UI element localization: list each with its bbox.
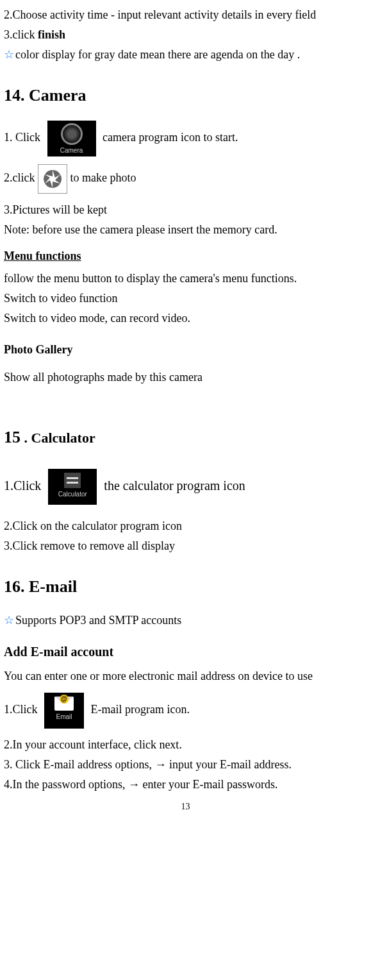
menu-p3: Switch to video mode, can record video. bbox=[4, 310, 367, 327]
calculator-heading: 15 . Calculator bbox=[4, 425, 367, 450]
camera-step1-pre: 1. Click bbox=[4, 131, 44, 144]
photo-gallery-p: Show all photographs made by this camera bbox=[4, 369, 367, 386]
camera-step1-post: camera program icon to start. bbox=[103, 131, 238, 144]
camera-step2-post: to make photo bbox=[70, 171, 136, 184]
intro-star-note: ☆color display for gray date mean there … bbox=[4, 46, 367, 63]
menu-p2: Switch to video function bbox=[4, 290, 367, 307]
camera-step-3: 3.Pictures will be kept bbox=[4, 201, 367, 219]
email-star-text: Supports POP3 and SMTP accounts bbox=[15, 614, 181, 627]
intro-star-text: color display for gray date mean there a… bbox=[15, 48, 300, 61]
intro-line-3-pre: 3.click bbox=[4, 28, 38, 41]
add-email-heading: Add E-mail account bbox=[4, 642, 367, 661]
star-icon: ☆ bbox=[4, 48, 14, 61]
calc-heading-rest: . Calculator bbox=[21, 430, 95, 446]
calc-step-1: 1.Click Calculator the calculator progra… bbox=[4, 469, 367, 505]
shutter-icon bbox=[38, 164, 67, 194]
email-icon-label: Email bbox=[44, 712, 84, 722]
email-app-icon: @ Email bbox=[44, 693, 84, 729]
email-step1-post: E-mail program icon. bbox=[91, 703, 190, 716]
menu-functions-heading: Menu functions bbox=[4, 248, 367, 265]
calc-heading-num: 15 bbox=[4, 428, 21, 446]
calc-icon-label: Calculator bbox=[48, 489, 97, 499]
intro-line-2: 2.Choose activity time - input relevant … bbox=[4, 6, 367, 24]
calc-step1-post: the calculator program icon bbox=[104, 478, 245, 493]
camera-step2-pre: 2.click bbox=[4, 171, 38, 184]
calc-step-2: 2.Click on the calculator program icon bbox=[4, 518, 367, 535]
calculator-app-icon: Calculator bbox=[48, 469, 97, 505]
camera-note: Note: before use the camera please inser… bbox=[4, 221, 367, 239]
camera-step-1: 1. Click Camera camera program icon to s… bbox=[4, 121, 367, 156]
email-step1-pre: 1.Click bbox=[4, 703, 40, 716]
email-star-note: ☆Supports POP3 and SMTP accounts bbox=[4, 612, 367, 629]
add-email-p: You can enter one or more electronic mai… bbox=[4, 668, 367, 685]
camera-heading: 14. Camera bbox=[4, 83, 367, 108]
email-step-2: 2.In your account interface, click next. bbox=[4, 736, 367, 754]
camera-icon-label: Camera bbox=[47, 146, 96, 155]
intro-line-3: 3.click finish bbox=[4, 26, 367, 44]
star-icon: ☆ bbox=[4, 614, 14, 627]
email-step-1: 1.Click @ Email E-mail program icon. bbox=[4, 693, 367, 729]
photo-gallery-heading: Photo Gallery bbox=[4, 341, 367, 359]
camera-step-2: 2.click to make photo bbox=[4, 164, 367, 194]
calc-step-3: 3.Click remove to remove all display bbox=[4, 537, 367, 555]
calc-step1-pre: 1.Click bbox=[4, 478, 44, 493]
menu-p1: follow the menu button to display the ca… bbox=[4, 270, 367, 287]
finish-word: finish bbox=[38, 28, 65, 41]
email-step-3: 3. Click E-mail address options, → input… bbox=[4, 756, 367, 773]
email-step-4: 4.In the password options, → enter your … bbox=[4, 776, 367, 793]
camera-app-icon: Camera bbox=[47, 121, 96, 156]
email-heading: 16. E-mail bbox=[4, 574, 367, 599]
page-number: 13 bbox=[4, 800, 367, 813]
